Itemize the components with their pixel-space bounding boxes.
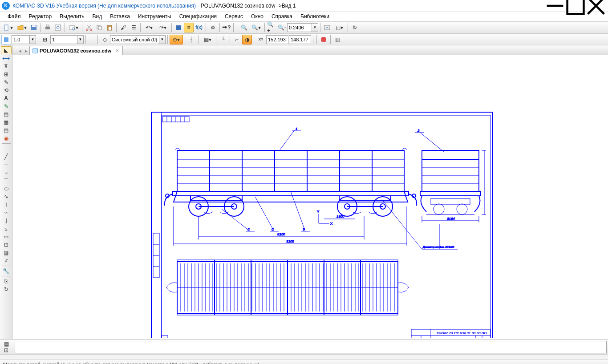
ortho-button[interactable]: ┤ bbox=[187, 35, 197, 44]
paste-button[interactable] bbox=[105, 23, 114, 32]
coord-x-input[interactable] bbox=[266, 35, 288, 44]
cmd-side-1[interactable]: ▤ bbox=[1, 341, 11, 347]
zoom-window-button[interactable]: 🔍 bbox=[239, 23, 249, 32]
menu-file[interactable]: Файл bbox=[4, 12, 25, 20]
grid-button[interactable]: ▦▾ bbox=[201, 35, 214, 44]
round-button[interactable]: ◑ bbox=[242, 35, 252, 44]
minimize-button[interactable] bbox=[545, 0, 565, 12]
dim-tool[interactable]: ⟷ bbox=[1, 54, 12, 62]
settings-tool[interactable]: 🔧 bbox=[1, 267, 12, 275]
spec-tool[interactable]: ✎ bbox=[1, 102, 12, 110]
fx-button[interactable]: f(x) bbox=[194, 23, 204, 32]
print-preview-button[interactable] bbox=[53, 23, 63, 32]
polyline-tool[interactable]: ⌇ bbox=[1, 201, 12, 209]
preview-button[interactable]: ▾ bbox=[67, 23, 80, 32]
cmd-side-2[interactable]: ⊡ bbox=[1, 347, 11, 353]
maximize-button[interactable] bbox=[565, 0, 586, 12]
zoom-out-button[interactable]: 🔍- bbox=[277, 23, 287, 32]
redo-button[interactable]: ↷▾ bbox=[156, 23, 170, 32]
measure-tool[interactable]: A bbox=[1, 94, 12, 102]
menu-libs[interactable]: Библиотеки bbox=[296, 12, 333, 20]
menu-service[interactable]: Сервис bbox=[221, 12, 247, 20]
snap-button[interactable]: ⊙▾ bbox=[170, 35, 183, 44]
drawing-canvas[interactable]: 8150 3100 1850 1 6 5 3 XY bbox=[12, 55, 608, 339]
sheet-tool[interactable]: ▤ bbox=[1, 110, 12, 118]
properties-button[interactable]: ☰ bbox=[129, 23, 138, 32]
print-button[interactable] bbox=[43, 23, 53, 32]
save-button[interactable] bbox=[29, 23, 39, 32]
zoom-value-input[interactable] bbox=[287, 23, 312, 32]
command-input[interactable] bbox=[15, 341, 607, 353]
variables-button[interactable]: ≡ bbox=[184, 23, 194, 32]
chamfer-tool[interactable]: ⦣ bbox=[1, 225, 12, 233]
collect-tool[interactable]: ⊡ bbox=[1, 241, 12, 249]
scale-dropdown[interactable]: ▼ bbox=[29, 35, 36, 44]
insert-tool[interactable]: ▤ bbox=[1, 126, 12, 134]
menu-insert[interactable]: Вставка bbox=[106, 12, 134, 20]
undo-button[interactable]: ↶▾ bbox=[142, 23, 156, 32]
zoom-value-combo[interactable]: ▼ bbox=[287, 23, 318, 32]
zoom-extents-button[interactable]: ◱▾ bbox=[332, 23, 346, 32]
menu-view[interactable]: Вид bbox=[89, 12, 106, 20]
scale-combo[interactable]: ▼ bbox=[12, 35, 36, 44]
rotate-tool[interactable]: ↻ bbox=[1, 285, 12, 293]
zoom-scale-button[interactable]: 🔍▾ bbox=[249, 23, 263, 32]
view-number-combo[interactable]: ▼ bbox=[50, 35, 84, 44]
scale-input[interactable] bbox=[12, 35, 29, 44]
view-number-input[interactable] bbox=[50, 35, 77, 44]
bezier-tool[interactable]: ⌁ bbox=[1, 209, 12, 217]
lcs-button[interactable]: └ bbox=[218, 35, 228, 44]
view-number-dropdown[interactable]: ▼ bbox=[77, 35, 84, 44]
line-tool[interactable]: ─ bbox=[1, 161, 12, 169]
ellipse-tool[interactable]: ⬭ bbox=[1, 185, 12, 193]
menu-spec[interactable]: Спецификация bbox=[175, 12, 221, 20]
rect-tool[interactable]: ▭ bbox=[1, 233, 12, 241]
menu-tools[interactable]: Инструменты bbox=[134, 12, 175, 20]
layer-combo[interactable]: ▼ bbox=[110, 35, 166, 44]
ortho-lock-button[interactable]: ⌐ bbox=[232, 35, 242, 44]
param-tool[interactable]: ⟲ bbox=[1, 86, 12, 94]
construction-tool[interactable]: ⊞ bbox=[1, 70, 12, 78]
menu-editor[interactable]: Редактор bbox=[25, 12, 56, 20]
point-tool[interactable]: · bbox=[1, 145, 12, 153]
report-tool[interactable]: ▦ bbox=[1, 118, 12, 126]
equidistant-tool[interactable]: ⫽ bbox=[1, 257, 12, 265]
open-button[interactable]: ▾ bbox=[15, 23, 28, 32]
new-doc-button[interactable]: ▾ bbox=[1, 23, 15, 32]
close-button[interactable] bbox=[586, 0, 606, 12]
layer-input[interactable] bbox=[110, 35, 159, 44]
spline-tool[interactable]: ∿ bbox=[1, 193, 12, 201]
circle-tool[interactable]: ○ bbox=[1, 169, 12, 177]
menu-help[interactable]: Справка bbox=[268, 12, 296, 20]
zoom-fit-button[interactable] bbox=[322, 23, 332, 32]
notation-tool[interactable]: ⊼ bbox=[1, 62, 12, 70]
aux-line-tool[interactable]: ╱ bbox=[1, 153, 12, 161]
views-button[interactable]: ⊞ bbox=[40, 35, 50, 44]
cut-button[interactable] bbox=[84, 23, 94, 32]
tab-prev-button[interactable]: ◄ bbox=[17, 47, 23, 55]
layer-icon[interactable]: ◇ bbox=[100, 35, 109, 44]
lib-tool[interactable]: ◉ bbox=[1, 134, 12, 142]
copy-tool[interactable]: ⎘ bbox=[1, 277, 12, 285]
layer-dropdown[interactable]: ▼ bbox=[159, 35, 166, 44]
edit-tool[interactable]: ✎ bbox=[1, 78, 12, 86]
arc-tool[interactable]: ⌒ bbox=[1, 177, 12, 185]
document-tab[interactable]: POLUVAGON132 созинов.cdw × bbox=[29, 46, 123, 55]
fillet-tool[interactable]: ⌋ bbox=[1, 217, 12, 225]
format-painter-button[interactable]: 🖌 bbox=[118, 23, 128, 32]
params-panel-button[interactable]: ▥ bbox=[332, 35, 342, 44]
geom-tool[interactable]: ◣ bbox=[1, 46, 12, 54]
zoom-value-dropdown[interactable]: ▼ bbox=[312, 23, 318, 32]
stop-button[interactable] bbox=[319, 35, 328, 44]
refresh-button[interactable]: ↻ bbox=[350, 23, 360, 32]
hatch-tool[interactable]: ▨ bbox=[1, 249, 12, 257]
settings-button[interactable]: ⚙ bbox=[208, 23, 218, 32]
menu-window[interactable]: Окно bbox=[247, 12, 268, 20]
state-button[interactable] bbox=[1, 35, 11, 44]
library-manager-button[interactable] bbox=[174, 23, 183, 32]
tab-next-button[interactable]: ► bbox=[23, 47, 29, 55]
menu-select[interactable]: Выделить bbox=[56, 12, 88, 20]
zoom-in-button[interactable]: 🔍+ bbox=[267, 23, 276, 32]
help-cursor-button[interactable]: ⮕? bbox=[222, 23, 231, 32]
tab-close-button[interactable]: × bbox=[116, 48, 119, 54]
